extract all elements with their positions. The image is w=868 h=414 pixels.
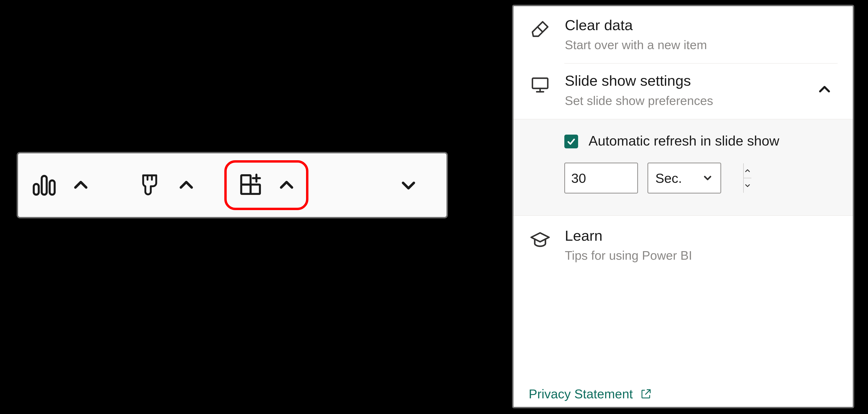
privacy-statement-link[interactable]: Privacy Statement [514, 386, 853, 407]
paint-brush-icon [136, 172, 163, 198]
addin-settings-button[interactable] [236, 170, 267, 201]
data-expand-button[interactable] [66, 171, 95, 199]
format-button[interactable] [133, 169, 166, 202]
clear-data-title: Clear data [565, 16, 838, 33]
learn-title: Learn [565, 227, 838, 244]
visualization-toolbar [17, 152, 448, 218]
learn-row[interactable]: Learn Tips for using Power BI [514, 216, 853, 263]
auto-refresh-row: Automatic refresh in slide show [564, 132, 838, 149]
chevron-up-icon [817, 82, 832, 97]
clear-data-row[interactable]: Clear data Start over with a new item [514, 6, 853, 53]
chevron-up-icon [277, 176, 296, 195]
format-expand-button[interactable] [172, 171, 200, 199]
addin-highlight-box [224, 160, 308, 210]
svg-rect-0 [34, 184, 39, 195]
refresh-unit-select[interactable]: Sec. [648, 163, 721, 194]
increment-button[interactable] [744, 163, 751, 178]
eraser-icon [529, 18, 552, 41]
slideshow-settings-body: Automatic refresh in slide show Sec. [514, 119, 853, 216]
privacy-statement-label: Privacy Statement [529, 386, 633, 401]
chevron-up-icon [71, 176, 90, 195]
slideshow-title: Slide show settings [565, 72, 801, 89]
chevron-up-icon [744, 167, 751, 174]
addin-expand-button[interactable] [272, 171, 301, 199]
svg-rect-1 [42, 176, 47, 195]
chevron-down-icon [702, 172, 713, 184]
svg-line-10 [537, 27, 543, 32]
apps-add-icon [237, 171, 265, 199]
toolbar-group-data [28, 169, 95, 202]
svg-rect-2 [50, 180, 55, 195]
slideshow-settings-row[interactable]: Slide show settings Set slide show prefe… [514, 64, 853, 108]
refresh-interval-input[interactable] [564, 163, 638, 194]
auto-refresh-checkbox[interactable] [564, 135, 578, 148]
chevron-up-icon [177, 176, 195, 195]
refresh-interval-row: Sec. [564, 163, 838, 194]
svg-rect-11 [532, 78, 548, 89]
chevron-down-icon [399, 176, 418, 195]
decrement-button[interactable] [744, 178, 751, 193]
svg-rect-7 [241, 175, 250, 184]
chevron-down-icon [744, 182, 751, 189]
auto-refresh-label: Automatic refresh in slide show [589, 132, 779, 149]
spinner-buttons [743, 163, 751, 193]
checkmark-icon [566, 137, 576, 146]
refresh-unit-label: Sec. [655, 170, 682, 186]
svg-rect-6 [251, 185, 260, 194]
slideshow-collapse-button[interactable] [814, 79, 835, 100]
graduation-cap-icon [529, 229, 552, 251]
data-button[interactable] [28, 169, 61, 202]
svg-line-14 [646, 390, 650, 394]
svg-rect-5 [241, 185, 250, 194]
toolbar-group-format [133, 169, 200, 202]
presentation-icon [529, 74, 552, 96]
learn-subtitle: Tips for using Power BI [565, 248, 838, 263]
addin-settings-panel: Clear data Start over with a new item Sl… [512, 5, 854, 408]
clear-data-subtitle: Start over with a new item [565, 37, 838, 53]
slideshow-subtitle: Set slide show preferences [565, 93, 801, 108]
external-link-icon [640, 388, 652, 400]
bar-chart-icon [30, 171, 58, 199]
collapse-button[interactable] [394, 171, 423, 199]
